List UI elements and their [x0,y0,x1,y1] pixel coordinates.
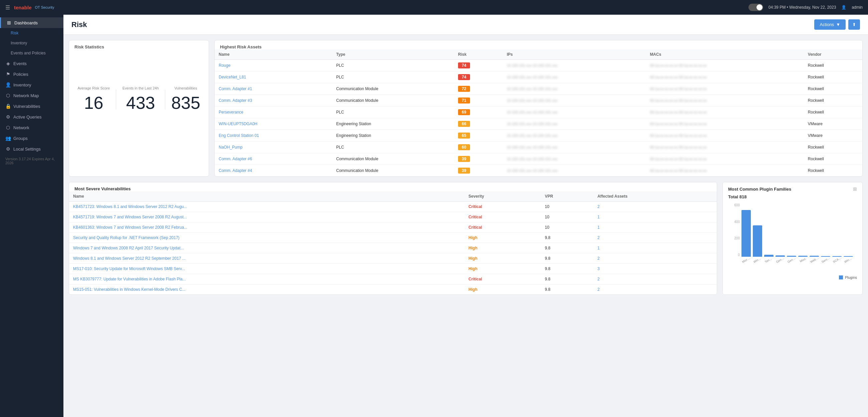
risk-statistics-title: Risk Statistics [69,40,209,50]
vuln-affected-link[interactable]: 1 [597,246,599,250]
highest-risk-table-container: Name Type Risk IPs MACs Vendor Rouge PLC [215,50,862,176]
vuln-affected-link[interactable]: 2 [597,235,599,240]
col-risk: Risk [454,50,503,60]
asset-risk: 39 [454,153,503,165]
asset-macs: 00:1a:xx:xx:xx:xx 00:1a:xx:xx:xx:xx [646,142,804,153]
vuln-vpr: 10 [541,222,593,233]
table-row: Comm. Adapter #3 Communication Module 71… [215,95,862,107]
asset-type: PLC [332,107,454,118]
sidebar-item-local-settings[interactable]: ⚙ Local Settings [0,144,63,154]
asset-name-link[interactable]: Comm. Adapter #4 [219,168,252,173]
vuln-severity: High [464,254,541,264]
username: admin [851,5,863,10]
export-button[interactable]: ⬆ [848,19,860,30]
stats-content: Average Risk Score 16 Events in the Last… [69,50,209,150]
vuln-affected-link[interactable]: 1 [597,215,599,219]
theme-toggle[interactable] [748,4,763,11]
vuln-name: MS17-010: Security Update for Microsoft … [69,264,464,274]
chart-x-label: Tenable.ot [764,256,774,264]
plugin-total-label: Total 818 [723,191,862,201]
sidebar-item-inventory-dash[interactable]: Inventory [0,38,63,48]
asset-name-link[interactable]: Comm. Adapter #1 [219,87,252,91]
col-ips: IPs [503,50,646,60]
vuln-tbody: KB4571723: Windows 8.1 and Windows Serve… [69,202,717,295]
logo-brand-name: tenable [14,5,32,10]
vuln-name-link[interactable]: Security and Quality Rollup for .NET Fra… [73,235,180,240]
asset-name-link[interactable]: Rouge [219,63,230,68]
asset-risk: 65 [454,130,503,142]
asset-name-link[interactable]: Comm. Adapter #6 [219,156,252,161]
table-row: Eng Control Station 01 Engineering Stati… [215,130,862,142]
vuln-name-link[interactable]: KB4601363: Windows 7 and Windows Server … [73,225,187,230]
asset-type: PLC [332,142,454,153]
sidebar-item-active-queries[interactable]: ⚙ Active Queries [0,112,63,122]
asset-name-link[interactable]: DeviceNet_L81 [219,75,246,80]
vuln-vpr: 10 [541,202,593,212]
vuln-name-link[interactable]: KB4571719: Windows 7 and Windows Server … [73,215,187,219]
vulnerabilities-icon: 🔒 [5,103,11,109]
y-label-0: 0 [728,253,740,257]
plugin-families-card: Most Common Plugin Families ⊞ Total 818 … [722,182,863,295]
vuln-name-link[interactable]: MS KB3079777: Update for Vulnerabilities… [73,277,186,281]
sidebar-item-network[interactable]: ⬡ Network [0,122,63,133]
asset-name: Comm. Adapter #3 [215,95,332,107]
actions-button[interactable]: Actions ▼ [814,19,846,30]
sidebar-item-events-policies[interactable]: Events and Policies [0,48,63,58]
vuln-vpr: 9.8 [541,233,593,243]
vuln-name-link[interactable]: MS15-051: Vulnerabilities in Windows Ker… [73,287,185,292]
asset-name: Comm. Adapter #1 [215,83,332,95]
vuln-affected: 3 [593,264,717,274]
header-actions: Actions ▼ ⬆ [814,19,860,30]
sidebar-item-events[interactable]: ◈ Events [0,58,63,69]
chart-x-label: Web Servers [810,256,819,264]
dashboard-icon: ⊞ [6,20,12,25]
vuln-affected-link[interactable]: 1 [597,225,599,230]
sidebar-item-inventory[interactable]: 👤 Inventory [0,80,63,90]
vuln-name-link[interactable]: KB4571723: Windows 8.1 and Windows Serve… [73,204,187,209]
sidebar-item-risk[interactable]: Risk [0,28,63,38]
table-row: KB4571723: Windows 8.1 and Windows Serve… [69,202,717,212]
sidebar-item-vulnerabilities[interactable]: 🔒 Vulnerabilities [0,101,63,112]
sidebar-item-network-map[interactable]: ⬡ Network Map [0,90,63,101]
stat-divider-1 [116,89,116,110]
asset-vendor: Rockwell [804,71,862,83]
sidebar-item-dashboards[interactable]: ⊞ Dashboards [0,18,63,28]
chart-x-label: Windows [753,256,763,264]
asset-name-link[interactable]: Eng Control Station 01 [219,133,259,138]
network-map-icon: ⬡ [5,93,11,98]
vuln-name-link[interactable]: MS17-010: Security Update for Microsoft … [73,266,185,271]
chart-x-labels: MicrosoftWindowsTenable.otGeneralGeneric… [728,258,857,264]
asset-name-link[interactable]: Comm. Adapter #3 [219,98,252,103]
vuln-severity: Critical [464,212,541,222]
vuln-name-link[interactable]: Windows 7 and Windows 2008 R2 April 2017… [73,246,184,250]
asset-ips: 10.100.101.xxx 10.100.101.xxx [503,130,646,142]
grid-icon[interactable]: ⊞ [853,186,857,191]
top-navigation: ☰ tenable OT Security 04:39 PM • Wednesd… [0,0,868,15]
asset-macs: 00:1a:xx:xx:xx:xx 00:1a:xx:xx:xx:xx [646,165,804,177]
vuln-name-link[interactable]: Windows 8.1 and Windows Server 2012 R2 S… [73,256,186,261]
vuln-affected-link[interactable]: 3 [597,266,599,271]
vuln-affected-link[interactable]: 2 [597,204,599,209]
asset-name-link[interactable]: Perseverance [219,110,243,115]
asset-name: Comm. Adapter #4 [215,165,332,177]
sidebar-item-policies[interactable]: ⚑ Policies [0,69,63,80]
asset-type: Engineering Station [332,130,454,142]
asset-ips: 10.100.101.xxx 10.100.101.xxx [503,83,646,95]
hamburger-icon[interactable]: ☰ [5,4,10,11]
vuln-vpr: 9.8 [541,254,593,264]
app-body: ⊞ Dashboards Risk Inventory Events and P… [0,15,868,417]
asset-name: DeviceNet_L81 [215,71,332,83]
y-label-400: 400 [728,220,740,224]
asset-name-link[interactable]: WIN-UEUPT5DGA0H [219,122,257,126]
vuln-severity: Critical [464,202,541,212]
chart-x-label: Windows : User manag... [844,256,853,264]
asset-vendor: Rockwell [804,107,862,118]
sidebar-item-groups[interactable]: 👥 Groups [0,133,63,144]
asset-name-link[interactable]: NaOH_Pump [219,145,242,150]
vuln-affected-link[interactable]: 2 [597,277,599,281]
vuln-severity: High [464,233,541,243]
vuln-affected-link[interactable]: 2 [597,256,599,261]
asset-vendor: Rockwell [804,165,862,177]
vuln-affected-link[interactable]: 2 [597,287,599,292]
vuln-card-title: Most Severe Vulnerabilities [74,186,131,191]
